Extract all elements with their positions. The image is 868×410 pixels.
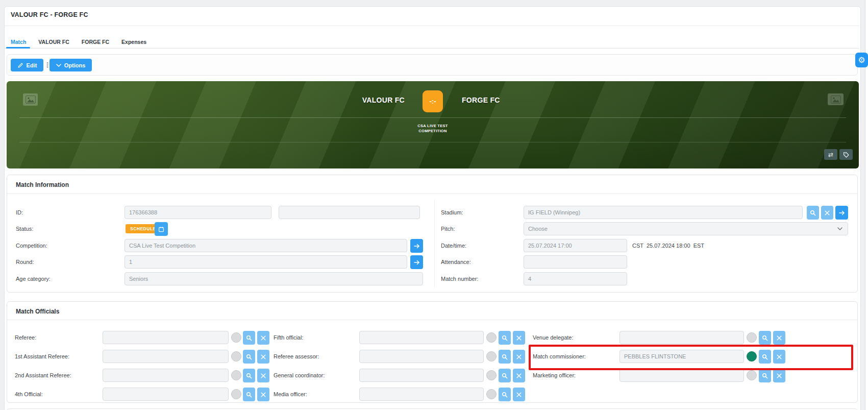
venue-delegate-clear-button[interactable] (773, 331, 785, 345)
venue-delegate-search-button[interactable] (759, 331, 771, 345)
close-icon (516, 335, 522, 341)
age-category-label: Age category: (16, 276, 51, 282)
title-divider (5, 26, 859, 26)
match-commissioner-label: Match commissioner: (533, 353, 586, 359)
match-information-title: Match Information (16, 181, 69, 188)
datetime-input[interactable] (524, 239, 627, 252)
attendance-input[interactable] (524, 255, 627, 269)
id-input[interactable] (125, 206, 271, 219)
close-icon (261, 354, 266, 359)
image-placeholder-icon (26, 95, 36, 104)
match-commissioner-status-indicator (747, 351, 757, 361)
age-category-input[interactable] (125, 272, 423, 285)
media-officer-clear-button[interactable] (513, 388, 525, 401)
tab-forge-fc[interactable]: FORGE FC (77, 36, 114, 48)
search-icon (502, 354, 508, 360)
close-icon (516, 354, 522, 359)
round-label: Round: (16, 259, 34, 265)
stadium-goto-button[interactable] (835, 206, 848, 220)
referee-assessor-status-indicator (486, 351, 497, 361)
close-icon (825, 210, 830, 215)
referee-search-button[interactable] (243, 331, 255, 345)
stadium-input[interactable] (524, 206, 803, 219)
tab-bar: Match VALOUR FC FORGE FC Expenses (6, 36, 151, 48)
page: VALOUR FC - FORGE FC Match VALOUR FC FOR… (0, 0, 868, 410)
round-goto-button[interactable] (410, 255, 423, 269)
toolbar (7, 54, 858, 76)
referee-assessor-input[interactable] (359, 350, 484, 363)
stadium-search-button[interactable] (807, 206, 819, 220)
tab-valour-fc[interactable]: VALOUR FC (34, 36, 73, 48)
competition-input[interactable] (125, 239, 407, 252)
second-assistant-search-button[interactable] (243, 369, 255, 382)
fourth-official-clear-button[interactable] (257, 388, 269, 401)
search-icon (246, 373, 252, 379)
tag-button[interactable] (839, 149, 853, 160)
venue-delegate-status-indicator (747, 332, 757, 343)
match-commissioner-clear-button[interactable] (773, 350, 785, 364)
swap-teams-button[interactable]: ⇄ (824, 149, 837, 160)
fifth-official-search-button[interactable] (499, 331, 511, 345)
first-assistant-clear-button[interactable] (257, 350, 269, 364)
edit-button[interactable]: Edit (11, 59, 43, 71)
second-assistant-clear-button[interactable] (257, 369, 269, 382)
match-commissioner-search-button[interactable] (759, 350, 771, 364)
match-officials-title: Match Officials (16, 308, 59, 315)
match-information-section: Match Information ID: Stadium: Status: S… (7, 175, 858, 293)
first-assistant-search-button[interactable] (243, 350, 255, 364)
close-icon (516, 373, 522, 378)
media-officer-search-button[interactable] (499, 388, 511, 401)
attendance-label: Attendance: (441, 259, 471, 265)
stadium-clear-button[interactable] (821, 206, 833, 220)
first-assistant-input[interactable] (103, 350, 229, 363)
options-button-label: Options (64, 62, 86, 68)
tab-match[interactable]: Match (6, 36, 31, 48)
referee-assessor-search-button[interactable] (499, 350, 511, 364)
marketing-officer-label: Marketing officer: (533, 372, 576, 378)
chevron-down-icon (56, 64, 61, 67)
close-icon (777, 373, 782, 378)
match-number-input[interactable] (524, 272, 627, 285)
fourth-official-input[interactable] (103, 388, 229, 401)
marketing-officer-clear-button[interactable] (773, 369, 785, 382)
fourth-official-search-button[interactable] (243, 388, 255, 401)
venue-delegate-input[interactable] (619, 331, 744, 344)
marketing-officer-status-indicator (747, 370, 757, 380)
fifth-official-clear-button[interactable] (513, 331, 525, 345)
settings-gear-button[interactable]: ⚙ (855, 53, 868, 67)
score-placeholder: -:- (423, 90, 443, 112)
fifth-official-input[interactable] (359, 331, 484, 344)
section-divider (7, 194, 857, 194)
marketing-officer-search-button[interactable] (759, 369, 771, 382)
arrow-right-icon (414, 244, 420, 249)
away-team-name: FORGE FC (462, 96, 500, 104)
options-button[interactable]: Options (49, 59, 92, 71)
search-icon (762, 354, 768, 360)
round-input[interactable] (125, 255, 407, 269)
media-officer-status-indicator (486, 389, 497, 399)
pitch-select[interactable]: Choose (524, 222, 848, 235)
general-coordinator-clear-button[interactable] (513, 369, 525, 382)
marketing-officer-input[interactable] (619, 369, 744, 382)
status-calendar-button[interactable] (155, 222, 168, 236)
match-number-label: Match number: (441, 276, 478, 282)
general-coordinator-status-indicator (486, 370, 497, 380)
general-coordinator-input[interactable] (359, 369, 484, 382)
first-assistant-label: 1st Assistant Referee: (15, 353, 69, 359)
tag-icon (843, 152, 849, 158)
id-secondary-input[interactable] (279, 206, 420, 219)
competition-name: CSA LIVE TEST COMPETITION (382, 124, 484, 134)
media-officer-input[interactable] (359, 388, 484, 401)
away-team-logo-placeholder (828, 93, 844, 105)
competition-goto-button[interactable] (410, 239, 423, 253)
referee-label: Referee: (15, 334, 36, 341)
tab-expenses[interactable]: Expenses (117, 36, 151, 48)
hero-divider-line-1 (19, 117, 846, 118)
close-icon (261, 392, 266, 397)
second-assistant-input[interactable] (103, 369, 229, 382)
referee-input[interactable] (103, 331, 229, 344)
referee-assessor-clear-button[interactable] (513, 350, 525, 364)
referee-clear-button[interactable] (257, 331, 269, 345)
general-coordinator-search-button[interactable] (499, 369, 511, 382)
match-commissioner-input[interactable] (619, 350, 744, 363)
